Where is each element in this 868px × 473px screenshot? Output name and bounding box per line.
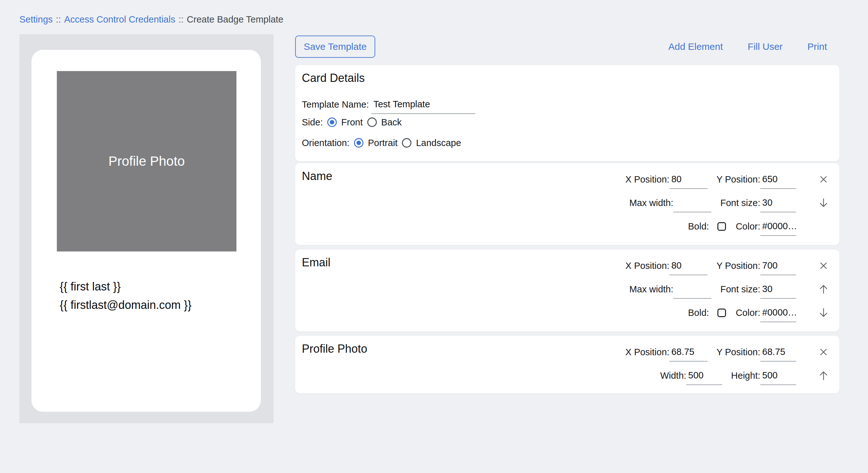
add-element-link[interactable]: Add Element xyxy=(669,41,723,52)
bold-checkbox[interactable] xyxy=(717,309,726,317)
y-position-label: Y Position: xyxy=(716,260,760,272)
element-fields: X Position: 80 Y Position: 650 Max width… xyxy=(625,168,839,238)
width-label: Width: xyxy=(660,370,686,381)
element-title: Name xyxy=(302,170,332,183)
font-size-input[interactable]: 30 xyxy=(760,283,796,299)
y-position-input[interactable]: 68.75 xyxy=(760,346,796,362)
max-width-label: Max width: xyxy=(629,283,674,295)
breadcrumb-separator: :: xyxy=(179,13,184,25)
y-position-label: Y Position: xyxy=(716,346,760,358)
color-label: Color: xyxy=(736,220,760,232)
element-card-name: Name X Position: 80 Y Position: 650 Max … xyxy=(295,163,839,245)
move-down-icon[interactable] xyxy=(817,307,830,319)
element-row: X Position: 68.75 Y Position: 68.75 xyxy=(625,340,839,364)
x-position-input[interactable]: 80 xyxy=(670,259,708,275)
x-position-input[interactable]: 80 xyxy=(670,173,708,189)
fill-user-link[interactable]: Fill User xyxy=(748,41,782,52)
element-row: X Position: 80 Y Position: 700 xyxy=(625,254,839,277)
element-fields: X Position: 68.75 Y Position: 68.75 Widt… xyxy=(625,340,839,387)
breadcrumb-separator: :: xyxy=(56,13,61,25)
y-position-label: Y Position: xyxy=(716,173,760,185)
element-row: Bold: Color: #0000… xyxy=(625,301,839,325)
orientation-label: Orientation: xyxy=(302,137,349,149)
breadcrumb: Settings :: Access Control Credentials :… xyxy=(20,13,283,25)
x-position-label: X Position: xyxy=(625,173,670,185)
element-row: Max width: Font size: 30 xyxy=(625,191,839,214)
color-input[interactable]: #0000… xyxy=(760,306,796,322)
width-input[interactable]: 500 xyxy=(686,369,722,385)
element-row: Max width: Font size: 30 xyxy=(625,277,839,301)
y-position-input[interactable]: 700 xyxy=(760,259,796,275)
element-row: X Position: 80 Y Position: 650 xyxy=(625,168,839,191)
y-position-input[interactable]: 650 xyxy=(760,173,796,189)
height-label: Height: xyxy=(731,370,760,381)
badge-photo-label: Profile Photo xyxy=(108,154,185,169)
element-actions xyxy=(808,283,839,295)
side-back-label[interactable]: Back xyxy=(381,116,402,128)
breadcrumb-link-access-control-credentials[interactable]: Access Control Credentials xyxy=(64,13,175,25)
side-front-label[interactable]: Front xyxy=(341,116,363,128)
element-actions xyxy=(808,370,839,381)
badge-photo-placeholder: Profile Photo xyxy=(57,71,237,252)
template-name-input[interactable]: Test Template xyxy=(371,98,475,114)
close-icon[interactable] xyxy=(818,347,829,357)
x-position-label: X Position: xyxy=(625,260,670,272)
font-size-input[interactable]: 30 xyxy=(760,197,796,212)
bold-label: Bold: xyxy=(688,307,709,319)
max-width-input[interactable] xyxy=(673,197,711,212)
save-template-button[interactable]: Save Template xyxy=(295,36,375,58)
move-up-icon[interactable] xyxy=(817,370,830,381)
badge-email-placeholder: {{ firstlast@domain.com }} xyxy=(60,298,192,312)
max-width-label: Max width: xyxy=(629,197,674,209)
close-icon[interactable] xyxy=(818,174,829,184)
element-actions xyxy=(808,197,839,209)
print-link[interactable]: Print xyxy=(807,41,827,52)
badge-name-placeholder: {{ first last }} xyxy=(60,280,121,293)
orientation-row: Orientation: Portrait Landscape xyxy=(302,136,461,149)
side-row: Side: Front Back xyxy=(302,116,402,129)
font-size-label: Font size: xyxy=(720,283,760,295)
template-name-row: Template Name: Test Template xyxy=(302,95,475,114)
card-details-section: Card Details Template Name: Test Templat… xyxy=(295,65,839,161)
element-row: Bold: Color: #0000… xyxy=(625,214,839,238)
height-input[interactable]: 500 xyxy=(760,369,796,385)
max-width-input[interactable] xyxy=(673,283,711,299)
side-back-radio[interactable] xyxy=(367,117,377,127)
element-title: Profile Photo xyxy=(302,342,367,356)
orientation-landscape-label[interactable]: Landscape xyxy=(416,137,461,149)
close-icon[interactable] xyxy=(818,261,829,271)
element-actions xyxy=(808,261,839,271)
color-input[interactable]: #0000… xyxy=(760,220,796,236)
element-card-profile-photo: Profile Photo X Position: 68.75 Y Positi… xyxy=(295,336,839,393)
move-up-icon[interactable] xyxy=(817,283,830,295)
element-actions xyxy=(808,307,839,319)
orientation-portrait-label[interactable]: Portrait xyxy=(368,137,398,149)
breadcrumb-current: Create Badge Template xyxy=(187,13,283,25)
move-down-icon[interactable] xyxy=(817,197,830,209)
color-label: Color: xyxy=(736,307,760,319)
element-title: Email xyxy=(302,256,331,269)
element-fields: X Position: 80 Y Position: 700 Max width… xyxy=(625,254,839,325)
bold-checkbox[interactable] xyxy=(717,222,726,231)
element-row: Width: 500 Height: 500 xyxy=(625,364,839,387)
header-links: Add Element Fill User Print xyxy=(669,36,827,58)
breadcrumb-link-settings[interactable]: Settings xyxy=(20,13,53,25)
element-actions xyxy=(808,174,839,184)
element-card-email: Email X Position: 80 Y Position: 700 Max… xyxy=(295,249,839,331)
bold-label: Bold: xyxy=(688,220,709,232)
element-actions xyxy=(808,347,839,357)
badge-preview-panel: Profile Photo {{ first last }} {{ firstl… xyxy=(20,34,274,423)
orientation-landscape-radio[interactable] xyxy=(402,138,411,147)
badge-preview-card: Profile Photo {{ first last }} {{ firstl… xyxy=(31,50,261,412)
x-position-input[interactable]: 68.75 xyxy=(670,346,708,362)
template-name-label: Template Name: xyxy=(302,98,369,110)
orientation-portrait-radio[interactable] xyxy=(354,138,364,147)
x-position-label: X Position: xyxy=(625,346,670,358)
font-size-label: Font size: xyxy=(720,197,760,209)
side-front-radio[interactable] xyxy=(327,117,337,127)
side-label: Side: xyxy=(302,116,323,128)
card-details-title: Card Details xyxy=(302,71,365,85)
